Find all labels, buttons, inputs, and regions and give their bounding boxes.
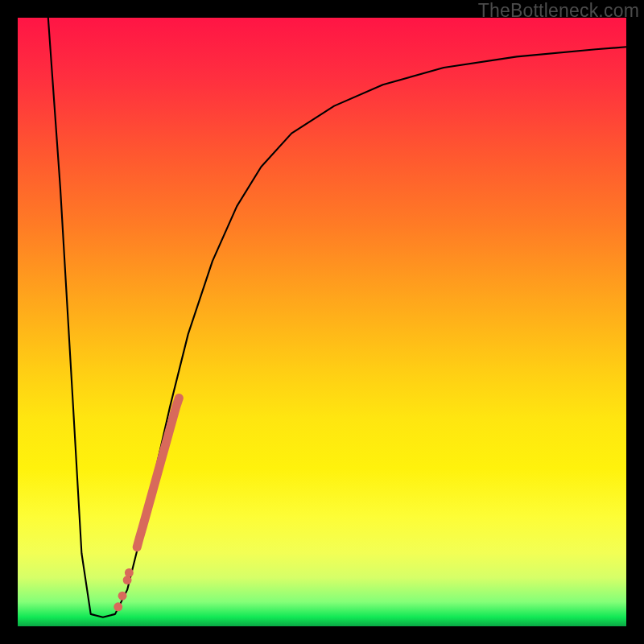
svg-point-3 (125, 568, 134, 577)
svg-point-0 (114, 602, 122, 611)
bottleneck-curve (18, 18, 626, 626)
plot-area (18, 18, 626, 626)
svg-point-1 (118, 592, 127, 601)
svg-point-2 (123, 576, 132, 584)
chart-frame: TheBottleneck.com (0, 0, 644, 644)
